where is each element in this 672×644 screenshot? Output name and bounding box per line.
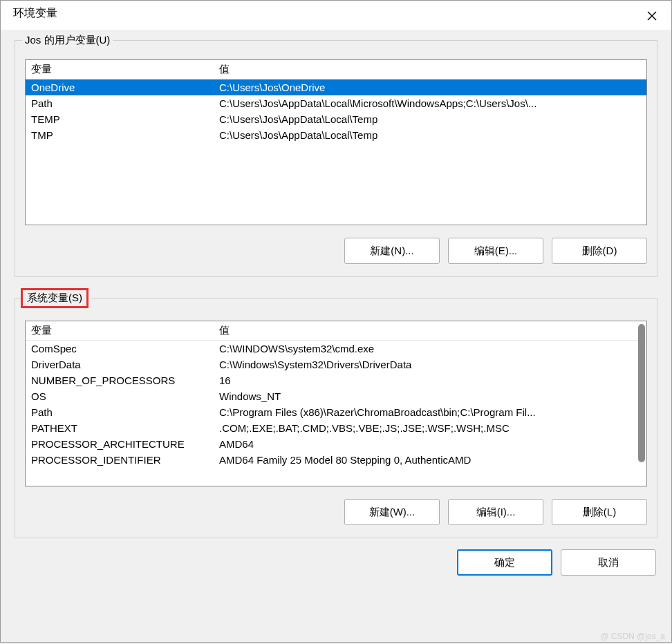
cell-variable: PROCESSOR_ARCHITECTURE: [26, 436, 214, 452]
cell-variable: NUMBER_OF_PROCESSORS: [26, 372, 214, 388]
cell-variable: TMP: [26, 127, 214, 143]
table-row[interactable]: PathC:\Users\Jos\AppData\Local\Microsoft…: [26, 95, 646, 111]
user-vars-buttons: 新建(N)... 编辑(E)... 删除(D): [25, 238, 647, 264]
cell-variable: DriverData: [26, 357, 214, 372]
cell-value: C:\Users\Jos\OneDrive: [214, 79, 646, 96]
col-value[interactable]: 值: [214, 321, 646, 341]
table-row[interactable]: PATHEXT.COM;.EXE;.BAT;.CMD;.VBS;.VBE;.JS…: [26, 420, 646, 436]
user-delete-button[interactable]: 删除(D): [552, 238, 647, 264]
cell-variable: Path: [26, 404, 214, 420]
system-vars-table[interactable]: 变量 值 ComSpecC:\WINDOWS\system32\cmd.exeD…: [26, 321, 646, 468]
cell-value: 16: [214, 372, 646, 388]
col-variable[interactable]: 变量: [26, 321, 214, 341]
cell-value: C:\WINDOWS\system32\cmd.exe: [214, 341, 646, 357]
env-vars-dialog: 环境变量 Jos 的用户变量(U) 变量 值 OneDriveC:\Users\…: [0, 0, 672, 643]
table-row[interactable]: ComSpecC:\WINDOWS\system32\cmd.exe: [26, 341, 646, 357]
cell-variable: OneDrive: [26, 79, 214, 96]
cell-value: AMD64: [214, 436, 646, 452]
table-row[interactable]: PROCESSOR_IDENTIFIERAMD64 Family 25 Mode…: [26, 452, 646, 468]
user-vars-table-wrap: 变量 值 OneDriveC:\Users\Jos\OneDrivePathC:…: [25, 59, 647, 225]
table-row[interactable]: TMPC:\Users\Jos\AppData\Local\Temp: [26, 127, 646, 143]
titlebar: 环境变量: [1, 1, 671, 30]
system-edit-button[interactable]: 编辑(I)...: [448, 499, 543, 525]
cell-variable: OS: [26, 388, 214, 404]
cell-variable: PATHEXT: [26, 420, 214, 436]
user-vars-table[interactable]: 变量 值 OneDriveC:\Users\Jos\OneDrivePathC:…: [26, 60, 646, 143]
cell-variable: Path: [26, 95, 214, 111]
cell-value: C:\Users\Jos\AppData\Local\Microsoft\Win…: [214, 95, 646, 111]
user-edit-button[interactable]: 编辑(E)...: [448, 238, 543, 264]
system-vars-buttons: 新建(W)... 编辑(I)... 删除(L): [25, 499, 647, 525]
cell-variable: PROCESSOR_IDENTIFIER: [26, 452, 214, 468]
user-vars-group: Jos 的用户变量(U) 变量 值 OneDriveC:\Users\Jos\O…: [15, 34, 657, 277]
table-row[interactable]: NUMBER_OF_PROCESSORS16: [26, 372, 646, 388]
system-delete-button[interactable]: 删除(L): [552, 499, 647, 525]
close-icon: [647, 11, 657, 21]
cell-value: C:\Windows\System32\Drivers\DriverData: [214, 357, 646, 372]
table-row[interactable]: DriverDataC:\Windows\System32\Drivers\Dr…: [26, 357, 646, 372]
cell-value: AMD64 Family 25 Model 80 Stepping 0, Aut…: [214, 452, 646, 468]
system-vars-table-wrap: 变量 值 ComSpecC:\WINDOWS\system32\cmd.exeD…: [25, 321, 647, 486]
table-row[interactable]: TEMPC:\Users\Jos\AppData\Local\Temp: [26, 111, 646, 127]
dialog-title: 环境变量: [13, 6, 57, 21]
col-variable[interactable]: 变量: [26, 60, 214, 79]
system-vars-group: 系统变量(S) 变量 值 ComSpecC:\WINDOWS\system32\…: [15, 288, 657, 538]
table-row[interactable]: PROCESSOR_ARCHITECTUREAMD64: [26, 436, 646, 452]
system-vars-legend-highlight: 系统变量(S): [21, 288, 88, 308]
cell-value: Windows_NT: [214, 388, 646, 404]
user-new-button[interactable]: 新建(N)...: [344, 238, 440, 264]
system-vars-scrollbar[interactable]: [638, 324, 645, 462]
close-button[interactable]: [642, 6, 662, 26]
cell-variable: TEMP: [26, 111, 214, 127]
ok-button[interactable]: 确定: [457, 549, 552, 576]
system-new-button[interactable]: 新建(W)...: [344, 499, 440, 525]
dialog-content: Jos 的用户变量(U) 变量 值 OneDriveC:\Users\Jos\O…: [1, 30, 671, 642]
col-value[interactable]: 值: [214, 60, 646, 79]
cell-value: C:\Users\Jos\AppData\Local\Temp: [214, 111, 646, 127]
cell-value: C:\Program Files (x86)\Razer\ChromaBroad…: [214, 404, 646, 420]
table-row[interactable]: OSWindows_NT: [26, 388, 646, 404]
cancel-button[interactable]: 取消: [561, 549, 656, 576]
user-vars-legend: Jos 的用户变量(U): [22, 34, 113, 47]
cell-value: .COM;.EXE;.BAT;.CMD;.VBS;.VBE;.JS;.JSE;.…: [214, 420, 646, 436]
table-row[interactable]: PathC:\Program Files (x86)\Razer\ChromaB…: [26, 404, 646, 420]
table-row[interactable]: OneDriveC:\Users\Jos\OneDrive: [26, 79, 646, 96]
dialog-footer: 确定 取消: [15, 549, 657, 576]
cell-value: C:\Users\Jos\AppData\Local\Temp: [214, 127, 646, 143]
system-vars-legend: 系统变量(S): [22, 288, 91, 308]
cell-variable: ComSpec: [26, 341, 214, 357]
